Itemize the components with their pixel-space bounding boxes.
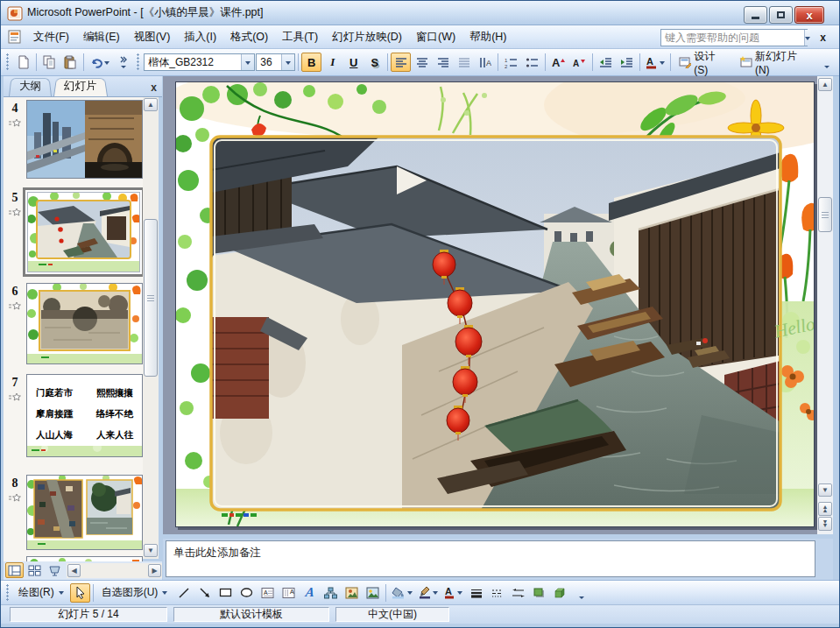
close-button[interactable]: x: [794, 6, 824, 24]
italic-button[interactable]: I: [322, 53, 342, 72]
draw-font-color-button[interactable]: A: [441, 583, 465, 603]
text-shadow-button[interactable]: S: [364, 53, 385, 72]
vertical-text-box-button[interactable]: A: [279, 583, 299, 603]
diagram-button[interactable]: [321, 583, 341, 603]
menu-slideshow[interactable]: 幻灯片放映(D): [325, 26, 409, 48]
increase-indent-button[interactable]: [617, 53, 637, 72]
menu-window[interactable]: 窗口(W): [409, 26, 462, 48]
menu-edit[interactable]: 编辑(E): [76, 26, 127, 48]
toolbar-options-chevron[interactable]: [113, 53, 133, 72]
previous-slide-button[interactable]: ▲▲: [818, 502, 832, 516]
scrollbar-thumb[interactable]: [144, 219, 158, 377]
slideshow-view-button[interactable]: [46, 562, 64, 578]
maximize-button[interactable]: [769, 6, 793, 24]
wordart-button[interactable]: A: [300, 583, 320, 603]
fill-color-button[interactable]: [389, 583, 415, 603]
decrease-indent-button[interactable]: [596, 53, 616, 72]
text-direction-button[interactable]: A: [475, 53, 495, 72]
line-color-dropdown-arrow[interactable]: [433, 591, 438, 597]
slide-thumbnail-5-selected[interactable]: [23, 187, 143, 277]
font-name-combo[interactable]: 楷体_GB2312: [144, 53, 255, 71]
undo-dropdown-arrow[interactable]: [104, 61, 109, 67]
text-box-button[interactable]: A: [258, 583, 278, 603]
rectangle-tool-button[interactable]: [215, 583, 236, 603]
normal-view-button[interactable]: [5, 562, 24, 578]
help-search-input[interactable]: [661, 30, 804, 46]
minimize-button[interactable]: [744, 6, 767, 24]
status-language[interactable]: 中文(中国): [335, 607, 449, 622]
bullet-list-button[interactable]: [522, 53, 542, 72]
oval-tool-button[interactable]: [236, 583, 257, 603]
tab-outline[interactable]: 大纲: [9, 76, 52, 96]
toolbar-options-chevron-end[interactable]: [816, 53, 836, 72]
thumbnail-hscrollbar[interactable]: ◀ ▶: [67, 563, 162, 578]
dash-style-button[interactable]: [487, 583, 507, 603]
menu-format[interactable]: 格式(O): [223, 26, 275, 48]
clip-art-button[interactable]: [342, 583, 362, 603]
autoshapes-menu-button[interactable]: 自选图形(U): [96, 583, 173, 603]
scroll-left-arrow[interactable]: ◀: [67, 564, 81, 577]
thumbnail-scrollbar[interactable]: ▲ ▼: [143, 97, 159, 559]
draw-font-color-dropdown-arrow[interactable]: [457, 591, 462, 597]
scroll-down-arrow[interactable]: ▼: [144, 544, 158, 557]
numbered-list-button[interactable]: 12: [501, 53, 521, 72]
draw-menu-button[interactable]: 绘图(R): [13, 583, 69, 603]
fill-color-dropdown-arrow[interactable]: [407, 591, 413, 597]
slide-thumbnail-4[interactable]: [26, 100, 143, 179]
distribute-text-button[interactable]: [454, 53, 474, 72]
tab-slides[interactable]: 幻灯片: [53, 76, 108, 96]
scroll-down-arrow[interactable]: ▼: [818, 483, 832, 497]
slide-thumbnail-7[interactable]: 门庭若市 熙熙攘攘 摩肩接踵 络绎不绝 人山人海 人来人往: [26, 374, 143, 457]
menu-file[interactable]: 文件(F): [26, 26, 76, 48]
help-dropdown-arrow[interactable]: [804, 30, 810, 46]
new-slide-button[interactable]: 新幻灯片(N): [734, 53, 815, 72]
align-right-button[interactable]: [433, 53, 453, 72]
font-name-dropdown-arrow[interactable]: [241, 54, 254, 70]
arrow-tool-button[interactable]: [194, 583, 215, 603]
toolbar-grip[interactable]: [6, 53, 10, 71]
status-design-template[interactable]: 默认设计模板: [173, 607, 329, 622]
help-search-box[interactable]: [660, 29, 808, 46]
select-objects-button[interactable]: [70, 583, 90, 603]
scrollbar-thumb[interactable]: [818, 197, 832, 232]
threed-style-button[interactable]: [550, 583, 570, 603]
panel-close-icon[interactable]: x: [151, 83, 157, 92]
drawbar-options-chevron[interactable]: [571, 583, 591, 603]
underline-button[interactable]: U: [343, 53, 364, 72]
scroll-right-arrow[interactable]: ▶: [148, 564, 161, 577]
slide-design-button[interactable]: 设计(S): [674, 53, 734, 72]
insert-picture-button[interactable]: [363, 583, 383, 603]
toolbar-grip[interactable]: [137, 53, 140, 71]
increase-font-size-button[interactable]: A: [548, 53, 568, 72]
toolbar-grip[interactable]: [6, 584, 10, 602]
menu-insert[interactable]: 插入(I): [177, 26, 223, 48]
line-style-button[interactable]: [466, 583, 486, 603]
slide-canvas[interactable]: Hello: [175, 81, 815, 527]
shadow-style-button[interactable]: [529, 583, 549, 603]
scroll-up-arrow[interactable]: ▲: [818, 78, 832, 91]
document-close-button[interactable]: x: [815, 30, 830, 46]
menu-tools[interactable]: 工具(T): [275, 26, 325, 48]
undo-button[interactable]: [87, 53, 112, 72]
menu-view[interactable]: 视图(V): [127, 26, 178, 48]
font-size-combo[interactable]: 36: [256, 53, 295, 71]
arrow-style-button[interactable]: [508, 583, 528, 603]
slide-scrollbar[interactable]: ▲ ▼ ▲▲ ▼▼: [817, 76, 833, 534]
align-center-button[interactable]: [412, 53, 432, 72]
decrease-font-size-button[interactable]: A: [569, 53, 589, 72]
align-left-button[interactable]: [391, 53, 411, 72]
font-color-dropdown-arrow[interactable]: [660, 61, 665, 67]
slide-sorter-view-button[interactable]: [25, 562, 44, 578]
line-color-button[interactable]: [416, 583, 441, 603]
menu-help[interactable]: 帮助(H): [462, 26, 513, 48]
paste-button[interactable]: [60, 53, 81, 72]
line-tool-button[interactable]: [173, 583, 194, 603]
font-color-button[interactable]: A: [643, 53, 667, 72]
scroll-up-arrow[interactable]: ▲: [144, 98, 158, 111]
bold-button[interactable]: B: [301, 53, 321, 72]
next-slide-button[interactable]: ▼▼: [818, 517, 832, 531]
slide-thumbnail-8[interactable]: [26, 475, 143, 550]
copy-button[interactable]: [39, 53, 60, 72]
font-size-dropdown-arrow[interactable]: [281, 54, 294, 70]
slide-thumbnail-6[interactable]: [26, 283, 143, 364]
